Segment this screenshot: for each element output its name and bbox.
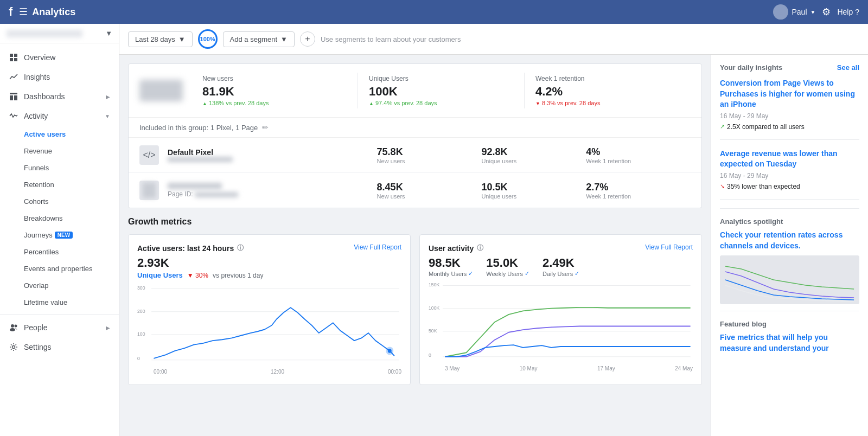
insights-icon xyxy=(9,72,18,82)
metric-new-users-label: New users xyxy=(202,75,347,82)
svg-point-10 xyxy=(10,328,15,331)
metric-unique-users-value: 100K xyxy=(369,85,513,99)
sidebar-item-insights[interactable]: Insights xyxy=(0,67,119,87)
sidebar-subitem-revenue[interactable]: Revenue xyxy=(0,143,119,159)
svg-text:200: 200 xyxy=(137,308,145,313)
active-users-value: 2.93K xyxy=(137,256,401,270)
sidebar-item-activity[interactable]: Activity ▼ xyxy=(0,106,119,126)
daily-users-value: 2.49K xyxy=(542,256,579,270)
active-users-chart-card: Active users: last 24 hours ⓘ View Full … xyxy=(128,234,411,385)
activity-icon xyxy=(9,111,18,121)
user-activity-info-icon[interactable]: ⓘ xyxy=(477,243,483,253)
date-range-button[interactable]: Last 28 days ▼ xyxy=(128,31,193,47)
metric-unique-users-label: Unique Users xyxy=(369,75,513,82)
monthly-users-value: 98.5K xyxy=(429,256,473,270)
pixel-metric-retention: 4% Week 1 retention xyxy=(586,146,691,164)
metric-retention: Week 1 retention 4.2% 8.3% vs prev. 28 d… xyxy=(524,73,691,108)
sidebar-subitem-funnels[interactable]: Funnels xyxy=(0,159,119,176)
active-users-change-label: vs previous 1 day xyxy=(213,272,263,279)
add-segment-button[interactable]: Add a segment ▼ xyxy=(223,31,295,47)
active-users-change: ▼ 30% xyxy=(187,272,208,279)
avatar xyxy=(773,4,788,20)
user-activity-svg: 150K 100K 50K 0 xyxy=(429,281,693,363)
active-users-info-icon[interactable]: ⓘ xyxy=(237,243,244,253)
see-all-link[interactable]: See all xyxy=(837,63,859,72)
main-content: Last 28 days ▼ 100% Add a segment ▼ + Us… xyxy=(119,24,868,436)
featured-blog-link[interactable]: Five metrics that will help you measure … xyxy=(720,332,859,354)
insight-2-title[interactable]: Average revenue was lower than expected … xyxy=(720,149,859,170)
sidebar-subitem-breakdowns[interactable]: Breakdowns xyxy=(0,210,119,227)
metric-new-users-value: 81.9K xyxy=(202,85,347,99)
insight-2-date: 16 May - 29 May xyxy=(720,172,859,179)
sidebar-item-settings[interactable]: Settings xyxy=(0,337,119,357)
charts-grid: Active users: last 24 hours ⓘ View Full … xyxy=(128,234,702,385)
metric-new-users-change: 138% vs prev. 28 days xyxy=(202,100,347,106)
user-activity-chart-title: User activity ⓘ xyxy=(429,243,483,253)
edit-icon[interactable]: ✏ xyxy=(262,123,269,132)
help-button[interactable]: Help ? xyxy=(837,8,859,16)
metric-unique-users-change: 97.4% vs prev. 28 days xyxy=(369,100,513,106)
app-selector[interactable]: ▼ xyxy=(0,24,119,43)
metric-retention-change: 8.3% vs prev. 28 days xyxy=(535,100,680,106)
summary-metrics: New users 81.9K 138% vs prev. 28 days Un… xyxy=(192,73,691,108)
daily-insights-header: Your daily insights See all xyxy=(720,63,859,72)
insight-2-stat: ↘ 35% lower than expected xyxy=(720,183,859,190)
sidebar-item-people[interactable]: People ▶ xyxy=(0,318,119,337)
growth-section-title: Growth metrics xyxy=(128,217,702,227)
svg-text:0: 0 xyxy=(429,352,431,357)
user-menu-caret: ▼ xyxy=(810,9,816,15)
sidebar-nav: Overview Insights Dashboards ▶ Activity xyxy=(0,43,119,361)
insight-1-stat: ↗ 2.5X compared to all users xyxy=(720,123,859,131)
sidebar-subitem-journeys[interactable]: Journeys NEW xyxy=(0,227,119,243)
sidebar-item-overview[interactable]: Overview xyxy=(0,48,119,67)
summary-thumbnail xyxy=(139,80,183,101)
facebook-logo: f xyxy=(9,5,12,19)
daily-users-metric: 2.49K Daily Users ✓ xyxy=(542,256,579,277)
filter-bar: Last 28 days ▼ 100% Add a segment ▼ + Us… xyxy=(119,24,868,55)
hamburger-menu[interactable]: ☰ xyxy=(19,6,28,18)
data-row-page: Page ID: 8.45K New users 10.5K Unique us… xyxy=(129,173,701,208)
right-sidebar: Your daily insights See all Conversion f… xyxy=(711,55,868,436)
svg-rect-2 xyxy=(10,54,13,57)
user-activity-view-full[interactable]: View Full Report xyxy=(645,243,693,251)
page-metric-retention: 2.7% Week 1 retention xyxy=(586,182,691,200)
sidebar-subitem-events[interactable]: Events and properties xyxy=(0,260,119,277)
settings-icon[interactable]: ⚙ xyxy=(822,6,831,18)
page-metric-unique-users: 10.5K Unique users xyxy=(481,182,586,200)
sidebar-item-dashboards[interactable]: Dashboards ▶ xyxy=(0,87,119,106)
sidebar-subitem-lifetime[interactable]: Lifetime value xyxy=(0,294,119,311)
svg-text:100K: 100K xyxy=(429,305,439,310)
included-text: Included in this group: 1 Pixel, 1 Page xyxy=(139,124,258,132)
sidebar-subitem-cohorts[interactable]: Cohorts xyxy=(0,193,119,210)
svg-point-22 xyxy=(388,349,392,353)
monthly-users-metric: 98.5K Monthly Users ✓ xyxy=(429,256,473,277)
weekly-users-value: 15.0K xyxy=(486,256,529,270)
add-button[interactable]: + xyxy=(300,31,315,47)
spotlight-link[interactable]: Check your retention rates across channe… xyxy=(720,230,859,251)
user-menu[interactable]: Paul ▼ xyxy=(773,4,815,20)
pixel-metric-new-users: 75.8K New users xyxy=(377,146,482,164)
svg-rect-7 xyxy=(10,95,13,100)
active-users-view-full[interactable]: View Full Report xyxy=(354,243,401,251)
active-users-chart-header: Active users: last 24 hours ⓘ View Full … xyxy=(137,243,401,253)
page-name: Page ID: xyxy=(168,183,377,198)
sidebar-subitem-active-users[interactable]: Active users xyxy=(0,126,119,143)
app-selector-caret: ▼ xyxy=(105,29,112,37)
insight-2-down-arrow: ↘ xyxy=(720,183,725,190)
sidebar-subitem-percentiles[interactable]: Percentiles xyxy=(0,243,119,260)
overview-icon xyxy=(9,53,18,62)
settings-nav-icon xyxy=(9,342,18,352)
sidebar-subitem-overlap[interactable]: Overlap xyxy=(0,277,119,294)
sidebar-subitem-retention[interactable]: Retention xyxy=(0,176,119,193)
percentage-indicator: 100% xyxy=(198,29,218,49)
insight-1-title[interactable]: Conversion from Page Views to Purchases … xyxy=(720,78,859,110)
sidebar-item-overview-label: Overview xyxy=(24,53,110,62)
sidebar-item-activity-label: Activity xyxy=(24,112,99,120)
metric-retention-value: 4.2% xyxy=(535,85,680,99)
journeys-badge: NEW xyxy=(55,232,73,239)
user-activity-metrics: 98.5K Monthly Users ✓ 15.0K Weekly Users… xyxy=(429,256,693,277)
sidebar-item-insights-label: Insights xyxy=(24,73,110,81)
activity-chevron: ▼ xyxy=(105,113,110,119)
active-users-chart-title: Active users: last 24 hours ⓘ xyxy=(137,243,244,253)
svg-point-11 xyxy=(15,325,17,328)
